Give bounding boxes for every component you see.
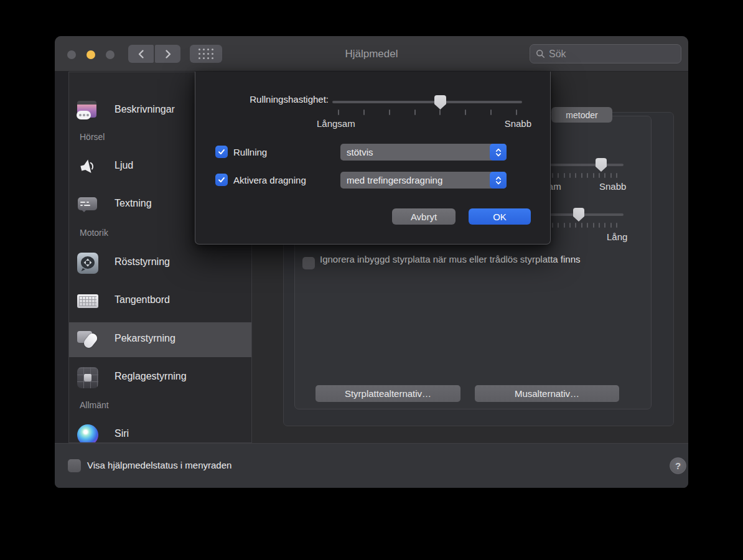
tick — [616, 223, 617, 228]
ignore-trackpad-label: Ignorera inbyggd styrplatta när mus elle… — [320, 251, 606, 267]
bottom-bar: Visa hjälpmedelstatus i menyraden ? — [55, 443, 688, 488]
sidebar-item-siri[interactable]: Siri — [69, 418, 251, 443]
sidebar-item-keyboard[interactable]: Tangentbord — [69, 284, 251, 319]
search-icon — [536, 49, 545, 58]
tick — [516, 110, 517, 115]
tick — [593, 223, 594, 228]
tick — [575, 173, 576, 178]
enable-dragging-checkbox-label: Aktivera dragning — [233, 174, 306, 186]
ignore-trackpad-checkbox[interactable] — [302, 257, 315, 269]
duration-slider-ticks — [552, 223, 617, 228]
mouse-options-button[interactable]: Musalternativ… — [475, 385, 619, 402]
tick — [552, 223, 553, 228]
tracking-slider-ticks — [552, 173, 617, 178]
sidebar-item-label: Ljud — [114, 160, 133, 171]
tick — [581, 223, 582, 228]
tick — [569, 223, 571, 228]
tick — [610, 223, 612, 228]
tick — [569, 173, 571, 178]
sidebar-item-pointer-control[interactable]: Pekarstyrning — [69, 322, 251, 357]
sidebar-item-label: Reglagestyrning — [114, 371, 187, 382]
sidebar-section-motor: Motorik — [80, 228, 108, 240]
tick — [587, 223, 588, 228]
tick — [587, 173, 588, 178]
tick — [558, 173, 559, 178]
sidebar-item-voice-control[interactable]: Röststyrning — [69, 246, 251, 281]
scroll-slider-min-label: Långsam — [317, 118, 355, 129]
tick — [465, 110, 466, 115]
show-accessibility-status-label: Visa hjälpmedelstatus i menyraden — [87, 460, 231, 470]
sound-icon — [77, 156, 99, 178]
tick — [599, 223, 600, 228]
system-preferences-window: metoder Långsam Snabb Lång Ignorera inby… — [55, 36, 688, 488]
sidebar-item-label: Siri — [114, 428, 129, 439]
scrolling-checkbox-label: Rullning — [233, 146, 267, 158]
scroll-speed-label: Rullningshastighet: — [208, 94, 329, 105]
descriptions-icon — [77, 100, 99, 122]
sidebar-item-label: Röststyrning — [114, 256, 170, 268]
scroll-speed-slider[interactable] — [332, 101, 522, 103]
tick — [564, 223, 565, 228]
switch-control-icon — [77, 366, 99, 389]
scrolling-options-sheet: Rullningshastighet: Långsam Snabb Rullni… — [195, 72, 551, 245]
sidebar-section-hearing: Hörsel — [80, 132, 105, 144]
show-accessibility-status-checkbox[interactable] — [68, 459, 81, 472]
sidebar-item-switch-control[interactable]: Reglagestyrning — [69, 360, 251, 395]
ok-button[interactable]: OK — [469, 208, 531, 225]
sidebar-margin — [55, 72, 68, 443]
tick — [581, 173, 582, 178]
cancel-button[interactable]: Avbryt — [392, 208, 456, 225]
pointer-control-icon — [77, 329, 99, 351]
tick — [552, 173, 553, 178]
tick — [599, 173, 600, 178]
screen: metoder Långsam Snabb Lång Ignorera inby… — [0, 0, 743, 560]
scroll-speed-slider-thumb[interactable] — [434, 95, 446, 110]
checkmark-icon — [217, 175, 226, 184]
tab-alternative-control-methods[interactable]: metoder — [551, 107, 612, 123]
tick — [389, 110, 390, 115]
tick — [439, 110, 441, 115]
enable-dragging-checkbox[interactable] — [215, 174, 228, 186]
tick — [490, 110, 492, 115]
sidebar-section-general: Allmänt — [80, 400, 109, 413]
titlebar: Hjälpmedel Sök — [55, 36, 688, 72]
tick — [338, 110, 339, 115]
tick — [616, 173, 617, 178]
checkmark-icon — [217, 147, 226, 156]
tick — [593, 173, 594, 178]
help-button[interactable]: ? — [670, 457, 686, 474]
sidebar-item-label: Pekarstyrning — [114, 333, 175, 344]
dragging-mode-dropdown[interactable]: med trefingersdragning — [340, 172, 507, 189]
search-field[interactable]: Sök — [530, 44, 681, 63]
scrolling-mode-dropdown[interactable]: stötvis — [340, 144, 507, 161]
trackpad-options-button[interactable]: Styrplattealternativ… — [315, 385, 460, 402]
siri-icon — [77, 424, 99, 443]
keyboard-icon — [77, 290, 99, 312]
scrolling-checkbox[interactable] — [215, 146, 228, 158]
dropdown-arrows-icon — [490, 144, 507, 161]
tick — [575, 223, 576, 228]
tick — [610, 173, 612, 178]
tick — [564, 173, 565, 178]
duration-slider-max-label: Lång — [607, 231, 627, 242]
sidebar-item-label: Textning — [114, 198, 152, 209]
scroll-speed-slider-ticks — [338, 110, 517, 115]
tick — [558, 223, 559, 228]
search-placeholder: Sök — [549, 49, 566, 60]
tick — [604, 173, 605, 178]
scrolling-mode-value: stötvis — [347, 147, 373, 157]
voice-control-icon — [77, 252, 99, 274]
captions-icon — [77, 194, 99, 216]
dropdown-arrows-icon — [490, 172, 507, 189]
tick — [363, 110, 365, 115]
tick — [414, 110, 416, 115]
tick — [604, 223, 605, 228]
scroll-slider-max-label: Snabb — [494, 118, 531, 129]
sidebar-item-label: Beskrivningar — [114, 104, 175, 115]
dragging-mode-value: med trefingersdragning — [347, 175, 442, 185]
sidebar-item-label: Tangentbord — [114, 294, 170, 306]
tracking-slider-max-label: Snabb — [599, 181, 626, 192]
